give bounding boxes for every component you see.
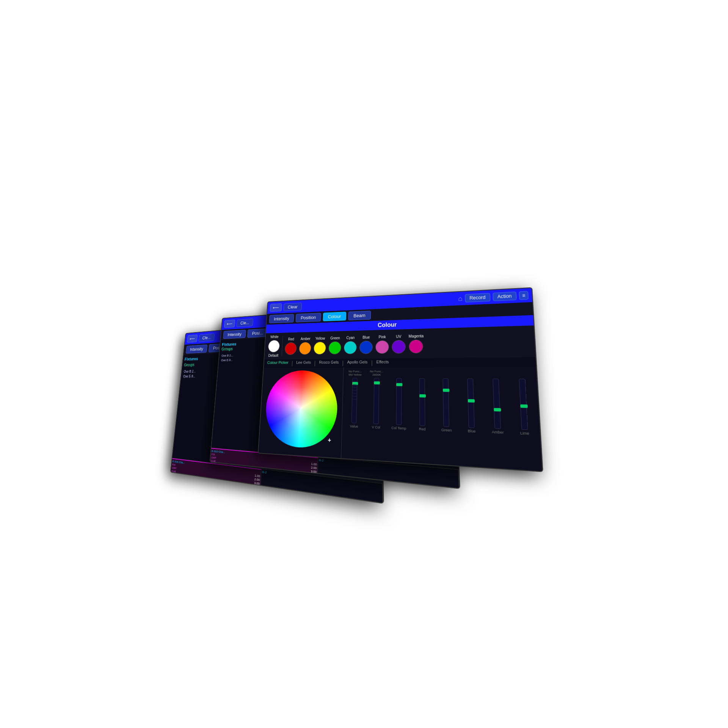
cursor-crosshair: + bbox=[328, 437, 331, 444]
fader-lime-track[interactable] bbox=[519, 379, 528, 430]
back-button-main[interactable]: ⟵ bbox=[270, 303, 282, 312]
mid-fixture-row-label-2: Ove E-9... bbox=[221, 358, 233, 362]
colour-wheel-container[interactable]: + bbox=[264, 370, 338, 450]
swatch-blue-label: Blue bbox=[362, 335, 370, 339]
swatch-uv[interactable] bbox=[392, 340, 405, 353]
colour-wheel-white-center bbox=[264, 370, 338, 450]
back-cue-val: 3.00 bbox=[254, 481, 260, 486]
fader-coltemp-col: Col Temp bbox=[389, 378, 410, 431]
swatch-magenta-group: Magenta bbox=[409, 334, 424, 353]
fader-sublabel-coltemp: No Func...2800K bbox=[367, 370, 387, 377]
fader-lime-handle bbox=[520, 404, 528, 408]
swatch-cyan-group: Cyan bbox=[344, 336, 357, 354]
swatch-yellow[interactable] bbox=[314, 342, 326, 355]
swatch-green[interactable] bbox=[328, 341, 341, 354]
clear-button-main[interactable]: Clear bbox=[284, 303, 302, 311]
fader-amber-col: Amber bbox=[484, 378, 510, 435]
fader-vcol-track[interactable] bbox=[373, 378, 379, 424]
fader-vcol-handle bbox=[374, 381, 380, 384]
tab-intensity-back[interactable]: Intensity bbox=[186, 344, 208, 353]
swatch-magenta[interactable] bbox=[409, 339, 423, 353]
back-cue-key: CUE bbox=[171, 469, 176, 473]
fader-green-handle bbox=[443, 389, 450, 392]
section-label-rosco: Rosco Gels bbox=[319, 360, 339, 366]
fader-amber-track[interactable] bbox=[493, 379, 501, 429]
mid-fixture-row-label-1: Ove B 2... bbox=[221, 354, 233, 357]
fader-sublabel-vcol: No Func...Md Yellow bbox=[346, 370, 365, 377]
fader-value-label: Value bbox=[350, 424, 358, 428]
swatch-red[interactable] bbox=[284, 342, 297, 355]
swatch-white-group: White Default bbox=[268, 335, 280, 358]
swatch-yellow-label: Yellow bbox=[315, 336, 325, 340]
fader-green-col: Green bbox=[435, 378, 458, 433]
fader-blue-handle bbox=[468, 399, 475, 403]
fader-lime-col: Lime bbox=[510, 379, 537, 436]
fader-red-label: Red bbox=[419, 427, 426, 431]
section-sep-2: | bbox=[314, 360, 315, 367]
faders-area: No Func...Md Yellow No Func...2800K bbox=[341, 367, 543, 472]
tab-beam-main[interactable]: Beam bbox=[348, 311, 371, 320]
swatch-divider-1 bbox=[282, 336, 283, 356]
fader-red-handle bbox=[419, 394, 426, 398]
swatch-amber-group: Amber bbox=[299, 337, 311, 355]
swatch-red-label: Red bbox=[288, 337, 294, 341]
section-sep-1: | bbox=[291, 360, 293, 367]
swatch-pink-label: Pink bbox=[379, 335, 386, 339]
swatch-blue-group: Blue bbox=[359, 335, 373, 354]
section-label-lee: Lee Gels bbox=[296, 360, 311, 367]
fader-blue-label: Blue bbox=[468, 429, 476, 433]
fader-blue-track[interactable] bbox=[467, 378, 475, 428]
back-button-mid[interactable]: ⟵ bbox=[224, 320, 235, 328]
menu-button[interactable]: ≡ bbox=[519, 291, 529, 300]
swatch-cyan-label: Cyan bbox=[346, 336, 355, 340]
section-sep-4: | bbox=[371, 360, 373, 367]
fader-blue-col: Blue bbox=[459, 378, 483, 434]
swatch-yellow-group: Yellow bbox=[314, 336, 326, 355]
fader-green-track[interactable] bbox=[443, 378, 450, 427]
fader-red-col: Red bbox=[411, 378, 433, 431]
fader-lime-label: Lime bbox=[520, 431, 530, 436]
fader-coltemp-label: Col Temp bbox=[391, 426, 406, 430]
tab-position-main[interactable]: Position bbox=[296, 313, 321, 322]
swatch-white[interactable] bbox=[268, 340, 280, 353]
clear-button-mid[interactable]: Cle... bbox=[236, 318, 253, 327]
section-label-picker: Colour Picker bbox=[267, 360, 289, 367]
swatch-blue[interactable] bbox=[359, 340, 373, 354]
swatch-magenta-label: Magenta bbox=[409, 334, 424, 338]
swatch-pink-group: Pink bbox=[375, 335, 389, 354]
section-label-apollo: Apollo Gels bbox=[347, 360, 367, 367]
swatch-pink[interactable] bbox=[375, 340, 389, 354]
fader-coltemp-track[interactable] bbox=[396, 378, 402, 425]
swatch-amber-label: Amber bbox=[301, 337, 311, 341]
swatch-default-label: Default bbox=[268, 353, 278, 357]
tab-colour-main[interactable]: Colour bbox=[323, 312, 346, 321]
record-button[interactable]: Record bbox=[465, 293, 490, 303]
swatch-amber[interactable] bbox=[299, 342, 311, 355]
swatch-uv-label: UV bbox=[396, 334, 402, 339]
tab-intensity-main[interactable]: Intensity bbox=[269, 314, 294, 323]
fader-red-track[interactable] bbox=[419, 378, 425, 426]
section-label-effects: Effects bbox=[376, 359, 389, 366]
swatch-green-label: Green bbox=[330, 336, 340, 340]
fader-value-track[interactable] bbox=[351, 378, 358, 424]
back-button-back[interactable]: ⟵ bbox=[187, 334, 198, 343]
fader-tracks-row: Value V Col Col Temp bbox=[343, 378, 540, 472]
fader-amber-label: Amber bbox=[492, 430, 504, 435]
fader-vcol-col: V Col bbox=[366, 378, 386, 430]
swatch-cyan[interactable] bbox=[344, 341, 357, 354]
section-sep-3: | bbox=[342, 360, 344, 366]
fader-amber-handle bbox=[494, 408, 501, 411]
fader-coltemp-handle bbox=[396, 383, 402, 386]
tab-intensity-mid[interactable]: Intensity bbox=[223, 330, 246, 339]
clear-button-back[interactable]: Cle... bbox=[199, 333, 215, 342]
swatch-white-label: White bbox=[270, 335, 279, 339]
fader-value-col: Value bbox=[344, 378, 365, 428]
swatch-green-group: Green bbox=[328, 336, 341, 354]
fader-green-label: Green bbox=[441, 428, 452, 432]
fader-vcol-label: V Col bbox=[372, 425, 380, 429]
colour-wheel[interactable] bbox=[264, 370, 338, 450]
swatch-red-group: Red bbox=[284, 337, 297, 355]
fader-value-lines bbox=[353, 381, 357, 400]
action-button[interactable]: Action bbox=[493, 292, 517, 301]
home-icon[interactable]: ⌂ bbox=[458, 295, 463, 303]
